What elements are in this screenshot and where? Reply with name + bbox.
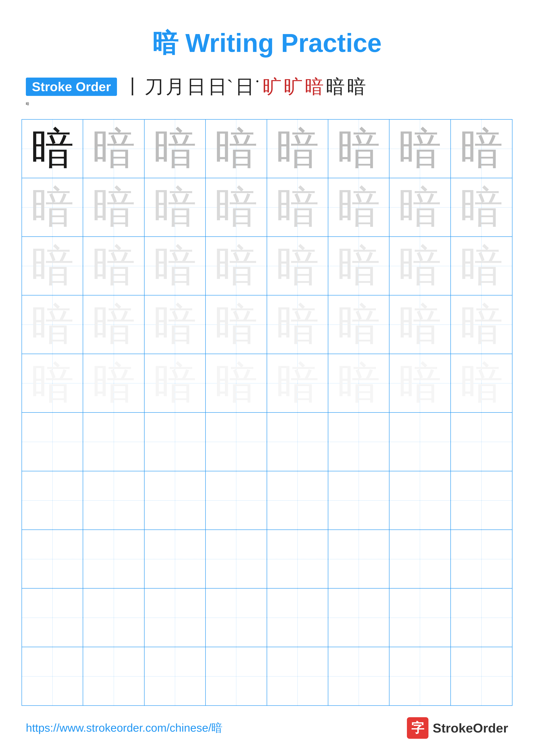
cell-7-1[interactable] xyxy=(22,471,83,529)
cell-9-6[interactable] xyxy=(328,588,390,647)
cell-4-4: 暗 xyxy=(206,295,267,354)
cell-10-5[interactable] xyxy=(267,647,328,705)
cell-7-6[interactable] xyxy=(328,471,390,529)
stroke-4: 日 xyxy=(187,74,206,99)
cell-5-4: 暗 xyxy=(206,354,267,412)
cell-10-6[interactable] xyxy=(328,647,390,705)
stroke-8: 旷 xyxy=(284,74,303,99)
cell-9-1[interactable] xyxy=(22,588,83,647)
cell-5-2: 暗 xyxy=(83,354,144,412)
cell-3-1: 暗 xyxy=(22,237,83,295)
cell-3-4: 暗 xyxy=(206,237,267,295)
stroke-7: 旷 xyxy=(263,74,282,99)
cell-1-7: 暗 xyxy=(390,120,451,178)
cell-10-4[interactable] xyxy=(206,647,267,705)
grid-row-2: 暗 暗 暗 暗 暗 暗 暗 暗 xyxy=(22,178,512,237)
cell-9-7[interactable] xyxy=(390,588,451,647)
cell-8-2[interactable] xyxy=(83,530,144,588)
cell-7-4[interactable] xyxy=(206,471,267,529)
cell-4-7: 暗 xyxy=(390,295,451,354)
stroke-10: 暗 xyxy=(326,74,345,99)
cell-9-2[interactable] xyxy=(83,588,144,647)
cell-6-7[interactable] xyxy=(390,413,451,471)
cell-6-6[interactable] xyxy=(328,413,390,471)
stroke-6: 日˙ xyxy=(235,74,261,99)
cell-9-8[interactable] xyxy=(451,588,512,647)
cell-6-5[interactable] xyxy=(267,413,328,471)
cell-3-2: 暗 xyxy=(83,237,144,295)
cell-2-4: 暗 xyxy=(206,178,267,236)
grid-row-9 xyxy=(22,588,512,647)
stroke-final: 暗 xyxy=(26,102,29,106)
cell-9-4[interactable] xyxy=(206,588,267,647)
cell-8-7[interactable] xyxy=(390,530,451,588)
stroke-5: 日` xyxy=(208,74,233,99)
cell-4-6: 暗 xyxy=(328,295,390,354)
cell-5-3: 暗 xyxy=(144,354,206,412)
grid-row-1: 暗 暗 暗 暗 暗 暗 暗 暗 xyxy=(22,120,512,178)
cell-8-8[interactable] xyxy=(451,530,512,588)
stroke-order-badge: Stroke Order xyxy=(26,78,117,96)
grid-row-8 xyxy=(22,530,512,588)
cell-1-3: 暗 xyxy=(144,120,206,178)
stroke-9: 暗 xyxy=(305,74,324,99)
cell-4-3: 暗 xyxy=(144,295,206,354)
cell-2-7: 暗 xyxy=(390,178,451,236)
cell-6-8[interactable] xyxy=(451,413,512,471)
cell-2-8: 暗 xyxy=(451,178,512,236)
cell-10-3[interactable] xyxy=(144,647,206,705)
cell-1-4: 暗 xyxy=(206,120,267,178)
cell-1-1: 暗 xyxy=(22,120,83,178)
cell-1-8: 暗 xyxy=(451,120,512,178)
cell-10-8[interactable] xyxy=(451,647,512,705)
cell-2-5: 暗 xyxy=(267,178,328,236)
grid-row-3: 暗 暗 暗 暗 暗 暗 暗 暗 xyxy=(22,237,512,295)
cell-3-7: 暗 xyxy=(390,237,451,295)
practice-grid: 暗 暗 暗 暗 暗 暗 暗 暗 暗 暗 暗 暗 暗 暗 暗 暗 暗 暗 暗 暗 … xyxy=(21,119,513,706)
cell-10-1[interactable] xyxy=(22,647,83,705)
cell-1-6: 暗 xyxy=(328,120,390,178)
cell-8-1[interactable] xyxy=(22,530,83,588)
footer: https://www.strokeorder.com/chinese/暗 字 … xyxy=(0,717,534,739)
footer-logo: 字 StrokeOrder xyxy=(407,717,508,739)
cell-8-4[interactable] xyxy=(206,530,267,588)
cell-5-1: 暗 xyxy=(22,354,83,412)
cell-3-5: 暗 xyxy=(267,237,328,295)
cell-6-4[interactable] xyxy=(206,413,267,471)
stroke-1: 丨 xyxy=(123,74,142,99)
cell-6-3[interactable] xyxy=(144,413,206,471)
strokeorder-logo-icon: 字 xyxy=(407,717,428,739)
cell-8-6[interactable] xyxy=(328,530,390,588)
stroke-chars: 丨 刀 月 日 日` 日˙ 旷 旷 暗 暗 暗 xyxy=(123,74,366,99)
cell-4-2: 暗 xyxy=(83,295,144,354)
stroke-order-section: Stroke Order 丨 刀 月 日 日` 日˙ 旷 旷 暗 暗 暗 暗 xyxy=(0,74,534,106)
cell-5-6: 暗 xyxy=(328,354,390,412)
cell-5-8: 暗 xyxy=(451,354,512,412)
cell-4-5: 暗 xyxy=(267,295,328,354)
cell-7-5[interactable] xyxy=(267,471,328,529)
cell-3-6: 暗 xyxy=(328,237,390,295)
cell-6-1[interactable] xyxy=(22,413,83,471)
cell-2-3: 暗 xyxy=(144,178,206,236)
grid-row-6 xyxy=(22,413,512,471)
cell-7-2[interactable] xyxy=(83,471,144,529)
cell-5-5: 暗 xyxy=(267,354,328,412)
cell-8-5[interactable] xyxy=(267,530,328,588)
cell-4-8: 暗 xyxy=(451,295,512,354)
cell-7-8[interactable] xyxy=(451,471,512,529)
cell-3-3: 暗 xyxy=(144,237,206,295)
cell-2-1: 暗 xyxy=(22,178,83,236)
cell-7-7[interactable] xyxy=(390,471,451,529)
cell-8-3[interactable] xyxy=(144,530,206,588)
cell-10-7[interactable] xyxy=(390,647,451,705)
footer-logo-text: StrokeOrder xyxy=(433,721,508,736)
grid-row-7 xyxy=(22,471,512,530)
grid-row-10 xyxy=(22,647,512,705)
cell-7-3[interactable] xyxy=(144,471,206,529)
stroke-3: 月 xyxy=(165,74,185,99)
cell-9-5[interactable] xyxy=(267,588,328,647)
cell-9-3[interactable] xyxy=(144,588,206,647)
cell-10-2[interactable] xyxy=(83,647,144,705)
cell-6-2[interactable] xyxy=(83,413,144,471)
footer-url: https://www.strokeorder.com/chinese/暗 xyxy=(26,720,222,736)
